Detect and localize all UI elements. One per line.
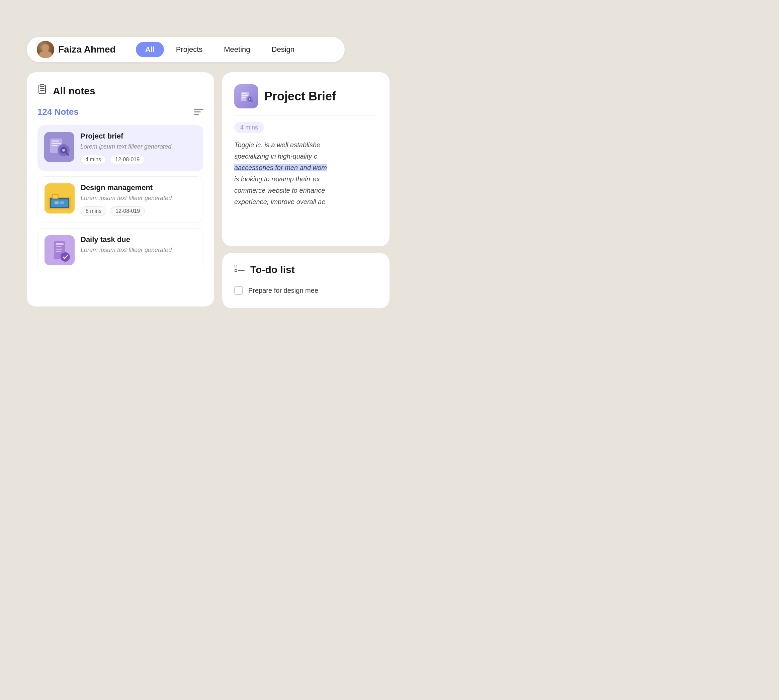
note-thumb-project-brief: [44, 132, 74, 162]
todo-card: To-do list Prepare for design mee: [222, 253, 389, 308]
brief-divider: [234, 115, 377, 115]
note-content-design-management: Design management Lorem ipsum text fille…: [81, 183, 197, 216]
header-bar: Faiza Ahmed All Projects Meeting Design: [27, 37, 345, 62]
notes-icon: [37, 84, 48, 97]
note-card-design-management[interactable]: Design management Lorem ipsum text fille…: [37, 176, 204, 223]
note-title-design-management: Design management: [81, 183, 197, 192]
svg-rect-24: [55, 243, 63, 245]
svg-rect-26: [55, 248, 62, 250]
brief-icon: [234, 84, 259, 108]
todo-header: To-do list: [234, 263, 377, 276]
todo-checkbox[interactable]: [234, 286, 243, 295]
note-preview-design-management: Lorem ipsum text filleer generated: [81, 194, 197, 202]
svg-rect-25: [55, 246, 62, 247]
note-time-project-brief: 4 mins: [80, 155, 106, 164]
notes-header: All notes: [37, 84, 204, 97]
tab-projects[interactable]: Projects: [167, 42, 212, 57]
svg-rect-27: [55, 251, 61, 252]
svg-rect-17: [51, 200, 68, 207]
note-meta-design-management: 8 mins 12-08-019: [81, 207, 197, 216]
note-card-daily-task[interactable]: Daily task due Lorem ipsum text filleer …: [37, 228, 204, 272]
note-thumb-daily-task: [45, 235, 75, 265]
tab-all[interactable]: All: [136, 42, 164, 57]
svg-rect-37: [235, 265, 237, 267]
nav-tabs: All Projects Meeting Design: [136, 42, 304, 57]
todo-list-icon: [234, 263, 245, 276]
user-name: Faiza Ahmed: [58, 44, 116, 55]
notes-subheader: 124 Notes: [37, 107, 204, 117]
tab-design[interactable]: Design: [262, 42, 304, 57]
note-content-daily-task: Daily task due Lorem ipsum text filleer …: [81, 235, 197, 258]
note-thumb-design-management: [45, 183, 75, 213]
svg-rect-21: [53, 195, 58, 198]
avatar: [37, 41, 54, 58]
tab-meeting[interactable]: Meeting: [215, 42, 259, 57]
note-title-project-brief: Project brief: [80, 132, 197, 140]
user-profile: Faiza Ahmed: [37, 41, 116, 58]
brief-text-line2: specializing in high-quality c: [234, 153, 317, 160]
svg-rect-7: [52, 140, 59, 142]
todo-item: Prepare for design mee: [234, 283, 377, 298]
project-brief-title: Project Brief: [264, 89, 336, 103]
note-preview-project-brief: Lorem ipsum text filleer generated: [80, 143, 197, 151]
svg-point-35: [249, 98, 251, 100]
todo-title: To-do list: [250, 264, 295, 275]
svg-rect-31: [242, 95, 248, 97]
brief-text-line1: Toggle ic. is a well establishe: [234, 141, 320, 148]
brief-highlight: aaccessories for men and wom: [234, 164, 327, 171]
todo-item-text: Prepare for design mee: [248, 287, 318, 295]
filter-button[interactable]: [194, 109, 204, 115]
note-preview-daily-task: Lorem ipsum text filleer generated: [81, 246, 197, 254]
brief-header: Project Brief: [234, 84, 377, 108]
svg-rect-19: [60, 202, 64, 204]
svg-rect-1: [40, 85, 44, 86]
main-content: All notes 124 Notes: [27, 72, 779, 308]
note-date-design-management: 12-08-019: [110, 207, 145, 216]
svg-rect-9: [52, 145, 58, 146]
note-meta-project-brief: 4 mins 12-08-019: [80, 155, 197, 164]
note-content-project-brief: Project brief Lorem ipsum text filleer g…: [80, 132, 197, 164]
svg-rect-39: [235, 270, 237, 272]
notes-panel: All notes 124 Notes: [27, 72, 214, 307]
note-title-daily-task: Daily task due: [81, 235, 197, 244]
svg-rect-32: [242, 97, 245, 98]
note-time-design-management: 8 mins: [81, 207, 107, 216]
brief-text-line5: experience, improve overall ae: [234, 198, 325, 205]
brief-text-line3: is looking to revamp theirr ex: [234, 175, 320, 183]
note-card-project-brief[interactable]: Project brief Lorem ipsum text filleer g…: [37, 125, 204, 171]
notes-title: All notes: [53, 85, 95, 97]
svg-rect-8: [52, 143, 61, 144]
notes-count: 124 Notes: [37, 107, 78, 117]
right-panel: Project Brief 4 mins Toggle ic. is a wel…: [222, 72, 779, 308]
project-brief-card: Project Brief 4 mins Toggle ic. is a wel…: [222, 72, 389, 246]
svg-rect-18: [55, 202, 58, 204]
svg-point-28: [60, 252, 70, 262]
brief-text: Toggle ic. is a well establishe speciali…: [234, 139, 377, 207]
brief-text-line4: commerce website to enhance: [234, 187, 325, 194]
svg-rect-30: [242, 93, 247, 94]
brief-time-badge: 4 mins: [234, 122, 264, 133]
note-date-project-brief: 12-08-019: [110, 155, 145, 164]
svg-point-12: [62, 149, 65, 152]
